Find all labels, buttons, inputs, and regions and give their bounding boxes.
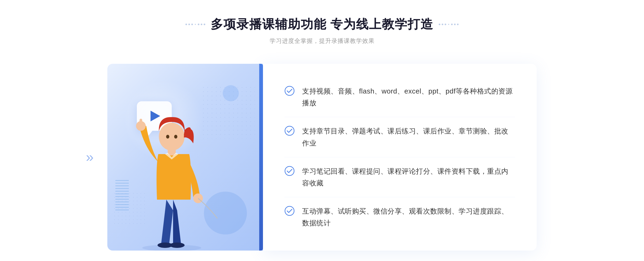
- feature-text-2: 支持章节目录、弹题考试、课后练习、课后作业、章节测验、批改作业: [302, 125, 515, 149]
- check-icon-4: [284, 206, 295, 216]
- header-title-row: 多项录播课辅助功能 专为线上教学打造: [185, 16, 459, 33]
- accent-bar: [259, 64, 263, 251]
- svg-point-4: [159, 123, 185, 151]
- svg-point-10: [285, 86, 294, 95]
- svg-point-2: [170, 243, 185, 248]
- person-illustration: [123, 95, 220, 251]
- features-panel: 支持视频、音频、flash、word、excel、ppt、pdf等各种格式的资源…: [263, 64, 537, 251]
- svg-point-13: [285, 206, 294, 215]
- page-chevron-left: »: [86, 149, 94, 165]
- page-subtitle: 学习进度全掌握，提升录播课教学效果: [185, 37, 459, 45]
- header-section: 多项录播课辅助功能 专为线上教学打造 学习进度全掌握，提升录播课教学效果: [185, 16, 459, 45]
- content-area: »: [107, 64, 537, 251]
- check-icon-1: [284, 86, 295, 96]
- page-title: 多项录播课辅助功能 专为线上教学打造: [211, 16, 434, 33]
- feature-text-4: 互动弹幕、试听购买、微信分享、观看次数限制、学习进度跟踪、数据统计: [302, 205, 515, 229]
- svg-point-6: [174, 135, 177, 139]
- page-wrapper: 多项录播课辅助功能 专为线上教学打造 学习进度全掌握，提升录播课教学效果 »: [0, 0, 644, 261]
- svg-point-5: [166, 135, 169, 139]
- svg-rect-8: [140, 119, 142, 127]
- feature-text-1: 支持视频、音频、flash、word、excel、ppt、pdf等各种格式的资源…: [302, 85, 515, 109]
- deco-circle-small: [223, 85, 239, 101]
- svg-point-12: [285, 166, 294, 176]
- feature-text-3: 学习笔记回看、课程提问、课程评论打分、课件资料下载，重点内容收藏: [302, 165, 515, 189]
- svg-point-11: [285, 126, 294, 135]
- check-icon-2: [284, 126, 295, 136]
- dots-left: [185, 24, 205, 25]
- illustration-panel: [107, 64, 263, 251]
- dots-right: [439, 24, 459, 25]
- feature-item-3: 学习笔记回看、课程提问、课程评论打分、课件资料下载，重点内容收藏: [284, 157, 515, 197]
- feature-item-4: 互动弹幕、试听购买、微信分享、观看次数限制、学习进度跟踪、数据统计: [284, 197, 515, 237]
- check-icon-3: [284, 166, 295, 176]
- feature-item-1: 支持视频、音频、flash、word、excel、ppt、pdf等各种格式的资源…: [284, 77, 515, 117]
- feature-item-2: 支持章节目录、弹题考试、课后练习、课后作业、章节测验、批改作业: [284, 117, 515, 157]
